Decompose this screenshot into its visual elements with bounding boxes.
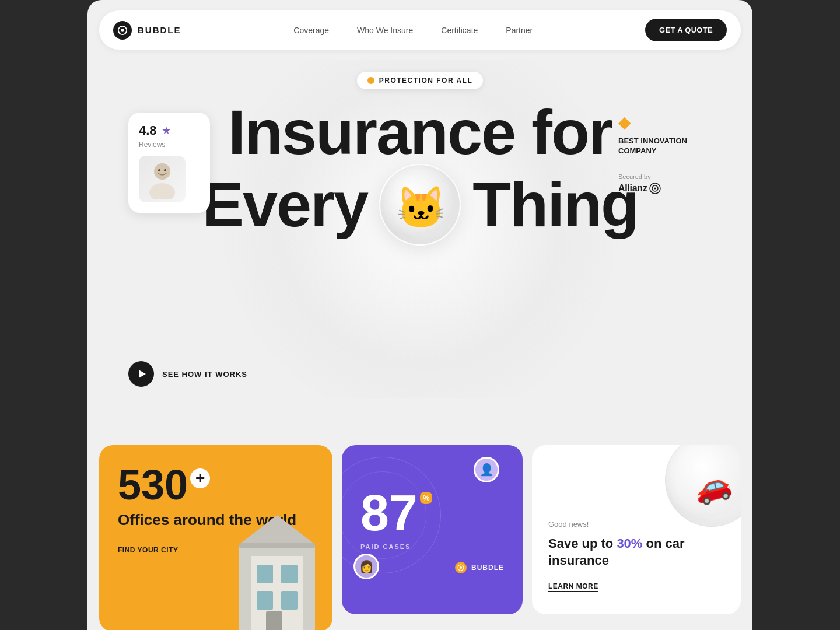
hero-title-thing: Thing bbox=[473, 173, 638, 236]
innovation-card: ◆ BEST INNOVATION COMPANY Secured by All… bbox=[618, 113, 712, 194]
protection-badge-inner: PROTECTION FOR ALL bbox=[357, 72, 484, 89]
paid-number: 87 bbox=[360, 487, 418, 538]
svg-point-1 bbox=[121, 29, 124, 32]
play-icon bbox=[139, 370, 146, 378]
svg-point-4 bbox=[158, 169, 160, 172]
secured-label: Secured by bbox=[618, 173, 712, 180]
paid-brand: BUBDLE bbox=[360, 562, 504, 573]
svg-rect-17 bbox=[239, 543, 315, 548]
review-label: Reviews bbox=[139, 141, 200, 149]
allianz-logo: Allianz bbox=[618, 183, 661, 194]
svg-point-5 bbox=[164, 169, 166, 172]
star-icon: ★ bbox=[162, 124, 171, 137]
get-quote-button[interactable]: GET A QUOTE bbox=[645, 19, 727, 41]
bottom-cards: 530 + Offices around the world FIND YOUR… bbox=[88, 398, 752, 630]
svg-marker-11 bbox=[239, 515, 315, 544]
offices-plus: + bbox=[190, 468, 210, 488]
car-emoji: 🚗 bbox=[689, 464, 735, 508]
review-card: 4.8 ★ Reviews bbox=[128, 113, 210, 213]
car-bubble: 🚗 bbox=[665, 445, 741, 527]
learn-more-button[interactable]: LEARN MORE bbox=[548, 582, 598, 590]
offices-number-row: 530 + bbox=[118, 464, 314, 506]
cat-emoji: 🐱 bbox=[396, 187, 445, 228]
how-it-works-label: SEE HOW IT WORKS bbox=[162, 370, 247, 379]
navbar: BUBDLE Coverage Who We Insure Certificat… bbox=[99, 10, 741, 50]
badge-text: PROTECTION FOR ALL bbox=[379, 76, 473, 85]
nav-link-coverage[interactable]: Coverage bbox=[293, 26, 329, 35]
paid-label: PAID CASES bbox=[360, 543, 504, 550]
offices-number: 530 bbox=[118, 464, 188, 506]
paid-cases-card: 👤 👩 87 % PAID CASES BUBDLE bbox=[342, 445, 523, 614]
svg-rect-15 bbox=[281, 591, 298, 610]
innovation-divider bbox=[618, 166, 712, 166]
hero-section: PROTECTION FOR ALL Insurance for Every 🐱… bbox=[88, 60, 752, 398]
svg-point-8 bbox=[654, 187, 656, 189]
logo-icon bbox=[113, 21, 132, 40]
offices-card: 530 + Offices around the world FIND YOUR… bbox=[99, 445, 332, 630]
paid-brand-icon bbox=[455, 562, 467, 573]
paid-number-row: 87 % bbox=[360, 487, 504, 538]
svg-rect-16 bbox=[266, 611, 282, 630]
avatar-top: 👤 bbox=[474, 457, 499, 482]
save-percent: 30% bbox=[617, 536, 642, 551]
svg-point-19 bbox=[460, 566, 462, 569]
find-city-link[interactable]: FIND YOUR CITY bbox=[118, 546, 178, 554]
review-rating-row: 4.8 ★ bbox=[139, 123, 200, 138]
avatar-bottom: 👩 bbox=[354, 554, 379, 579]
svg-rect-14 bbox=[257, 591, 273, 610]
save-card: 🚗 Good news! Save up to 30% on car insur… bbox=[532, 445, 741, 614]
cat-bubble: 🐱 bbox=[379, 164, 461, 246]
save-title-before: Save up to bbox=[548, 536, 613, 551]
paid-percent: % bbox=[420, 492, 433, 504]
svg-rect-13 bbox=[281, 565, 298, 583]
hero-title-every: Every bbox=[202, 173, 368, 236]
innovation-title: BEST INNOVATION COMPANY bbox=[618, 136, 712, 156]
allianz-text: Allianz bbox=[618, 183, 647, 194]
protection-badge: PROTECTION FOR ALL bbox=[123, 72, 718, 89]
svg-point-3 bbox=[149, 183, 175, 200]
building-illustration bbox=[222, 509, 332, 630]
page-wrapper: BUBDLE Coverage Who We Insure Certificat… bbox=[88, 0, 752, 630]
diamond-icon: ◆ bbox=[618, 113, 712, 132]
svg-rect-12 bbox=[257, 565, 273, 583]
nav-link-who-we-insure[interactable]: Who We Insure bbox=[357, 26, 413, 35]
save-title: Save up to 30% on car insurance bbox=[548, 536, 724, 569]
svg-point-2 bbox=[154, 163, 170, 180]
paid-brand-text: BUBDLE bbox=[471, 564, 504, 572]
review-avatar bbox=[139, 156, 186, 202]
logo-text: BUBDLE bbox=[138, 25, 181, 35]
nav-link-partner[interactable]: Partner bbox=[506, 26, 533, 35]
how-it-works: SEE HOW IT WORKS bbox=[128, 361, 247, 387]
nav-links: Coverage Who We Insure Certificate Partn… bbox=[293, 25, 533, 36]
play-button[interactable] bbox=[128, 361, 154, 387]
badge-dot bbox=[368, 77, 374, 84]
review-number: 4.8 bbox=[139, 123, 157, 138]
hero-title-line1: Insurance for bbox=[228, 101, 612, 164]
logo-area: BUBDLE bbox=[113, 21, 181, 40]
nav-link-certificate[interactable]: Certificate bbox=[441, 26, 478, 35]
